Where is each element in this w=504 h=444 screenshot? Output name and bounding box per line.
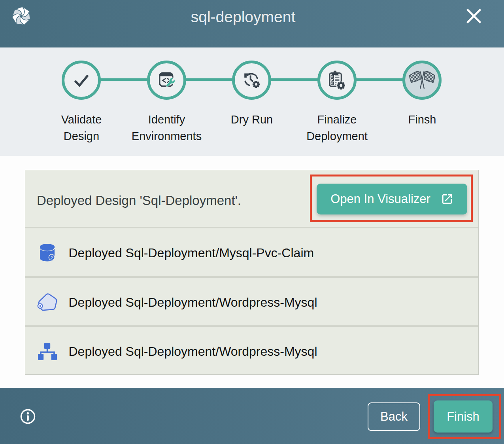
- svg-text:?: ?: [51, 255, 53, 260]
